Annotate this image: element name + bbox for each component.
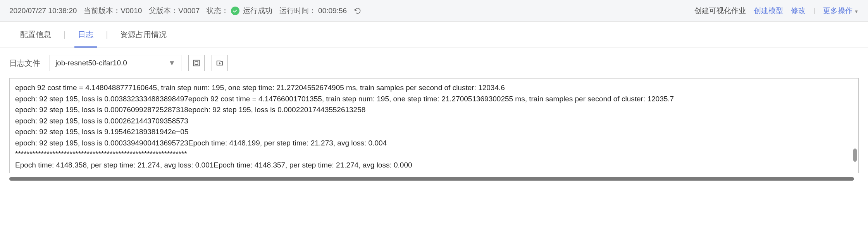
tab-resources[interactable]: 资源占用情况	[109, 22, 177, 48]
chevron-down-icon: ▼	[854, 9, 859, 14]
refresh-icon[interactable]	[354, 7, 362, 15]
log-file-label: 日志文件	[9, 58, 40, 68]
chevron-down-icon: ▼	[168, 59, 176, 67]
log-line: epoch: 92 step 195, loss is 0.0007609928…	[15, 104, 853, 116]
status: 状态： 运行成功	[207, 6, 272, 16]
log-controls: 日志文件 job-resnet50-cifar10.0 ▼	[0, 48, 868, 78]
fullscreen-button[interactable]	[188, 55, 205, 71]
svg-rect-1	[195, 62, 198, 64]
create-visual-job-button[interactable]: 创建可视化作业	[694, 6, 746, 16]
current-version: 当前版本：V0010	[84, 6, 142, 16]
modify-button[interactable]: 修改	[791, 6, 806, 16]
log-file-select[interactable]: job-resnet50-cifar10.0 ▼	[50, 55, 181, 71]
log-line: epoch: 92 step 195, loss is 0.0038323334…	[15, 94, 853, 105]
header-left: 2020/07/27 10:38:20 当前版本：V0010 父版本：V0007…	[9, 6, 694, 16]
log-line: epoch 92 cost time = 4.1480488777160645,…	[15, 82, 853, 94]
vertical-scrollbar[interactable]	[853, 149, 857, 162]
tabs: 配置信息 | 日志 | 资源占用情况	[0, 22, 868, 48]
success-icon	[231, 7, 239, 15]
log-output[interactable]: epoch 92 cost time = 4.1480488777160645,…	[9, 78, 859, 173]
log-line: epoch: 92 step 195, loss is 9.1954621893…	[15, 126, 853, 138]
log-line: epoch: 92 step 195, loss is 0.0003394900…	[15, 138, 853, 149]
header-actions: 创建可视化作业 创建模型 修改 | 更多操作▼	[694, 6, 859, 16]
divider: |	[813, 7, 815, 15]
more-actions-dropdown[interactable]: 更多操作▼	[823, 6, 859, 16]
runtime: 运行时间： 00:09:56	[279, 6, 347, 16]
create-model-button[interactable]: 创建模型	[754, 6, 783, 16]
tab-logs[interactable]: 日志	[67, 22, 104, 48]
log-file-selected: job-resnet50-cifar10.0	[55, 59, 127, 67]
log-line: ****************************************…	[15, 149, 853, 160]
log-line: epoch: 92 step 195, loss is 0.0002621443…	[15, 116, 853, 127]
header-bar: 2020/07/27 10:38:20 当前版本：V0010 父版本：V0007…	[0, 0, 868, 22]
parent-version: 父版本：V0007	[149, 6, 200, 16]
tab-config[interactable]: 配置信息	[9, 22, 62, 48]
download-button[interactable]	[212, 55, 228, 71]
svg-rect-0	[194, 60, 200, 66]
timestamp: 2020/07/27 10:38:20	[9, 7, 77, 15]
horizontal-scrollbar[interactable]	[9, 177, 854, 181]
log-line: Epoch time: 4148.358, per step time: 21.…	[15, 160, 853, 171]
